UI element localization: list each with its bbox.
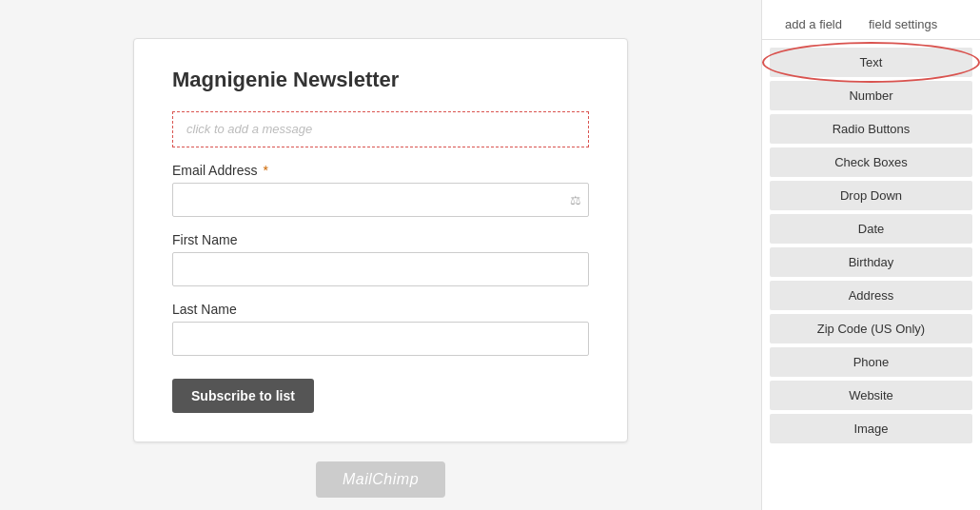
email-icon: ⚖ xyxy=(570,193,581,207)
first-name-input-wrapper xyxy=(172,252,589,286)
email-label: Email Address * xyxy=(172,163,589,178)
last-name-field-group: Last Name xyxy=(172,302,589,356)
field-button-date[interactable]: Date xyxy=(770,214,972,244)
field-button-address[interactable]: Address xyxy=(770,281,972,310)
form-container: Magnigenie Newsletter click to add a mes… xyxy=(133,38,628,442)
first-name-input[interactable] xyxy=(172,252,589,286)
last-name-label: Last Name xyxy=(172,302,589,317)
required-star: * xyxy=(263,163,267,178)
last-name-input[interactable] xyxy=(172,322,589,356)
field-button-check-boxes[interactable]: Check Boxes xyxy=(770,147,972,177)
first-name-field-group: First Name xyxy=(172,232,589,286)
field-button-number[interactable]: Number xyxy=(770,81,972,110)
main-content: Magnigenie Newsletter click to add a mes… xyxy=(0,0,761,510)
tab-add-field[interactable]: add a field xyxy=(772,10,855,39)
field-button-drop-down[interactable]: Drop Down xyxy=(770,181,972,210)
field-button-website[interactable]: Website xyxy=(770,381,972,410)
email-input-wrapper: ⚖ xyxy=(172,183,589,217)
last-name-input-wrapper xyxy=(172,322,589,356)
sidebar-tabs: add a field field settings xyxy=(762,0,980,40)
field-button-image[interactable]: Image xyxy=(770,414,972,443)
mailchimp-logo[interactable]: MailChimp xyxy=(316,461,445,498)
first-name-label: First Name xyxy=(172,232,589,247)
field-button-phone[interactable]: Phone xyxy=(770,347,972,377)
subscribe-button[interactable]: Subscribe to list xyxy=(172,379,314,413)
tab-field-settings[interactable]: field settings xyxy=(855,10,951,39)
email-input[interactable] xyxy=(172,183,589,217)
email-field-group: Email Address * ⚖ xyxy=(172,163,589,217)
message-placeholder[interactable]: click to add a message xyxy=(172,111,589,147)
sidebar-fields: Text Number Radio Buttons Check Boxes Dr… xyxy=(762,40,980,451)
field-button-text[interactable]: Text xyxy=(770,48,972,77)
field-button-birthday[interactable]: Birthday xyxy=(770,247,972,277)
sidebar: add a field field settings Text Number R… xyxy=(761,0,980,510)
field-button-radio-buttons[interactable]: Radio Buttons xyxy=(770,114,972,144)
text-button-wrapper: Text xyxy=(770,48,972,77)
field-button-zip-code[interactable]: Zip Code (US Only) xyxy=(770,314,972,343)
page-title: Magnigenie Newsletter xyxy=(172,68,589,92)
